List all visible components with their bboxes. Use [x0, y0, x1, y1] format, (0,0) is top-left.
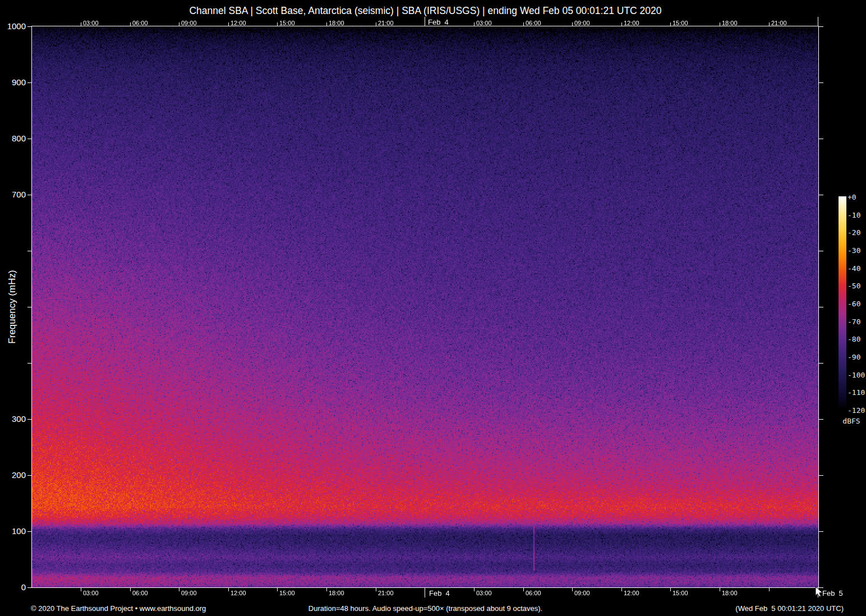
- y-axis-tick-right: [819, 139, 823, 139]
- x-axis-tick-bottom: [81, 588, 81, 591]
- y-axis-tick-left: [27, 587, 32, 588]
- colorbar-tick-label: -110: [847, 388, 865, 397]
- colorbar-unit-label: dBFS: [837, 417, 865, 425]
- x-axis-tick-top: [523, 22, 524, 26]
- y-axis-tick-right: [819, 475, 823, 476]
- colorbar-tick-label: -60: [847, 300, 860, 308]
- x-axis-tick-label-bottom: 15:00: [672, 590, 688, 596]
- x-axis-tick-bottom: [621, 588, 622, 591]
- x-axis-date-tick-bottom: [818, 588, 818, 597]
- page-title: Channel SBA | Scott Base, Antarctica (se…: [32, 5, 819, 17]
- y-axis-tick-right: [819, 251, 823, 251]
- x-axis-tick-top: [769, 22, 770, 26]
- colorbar-tick-label: -120: [847, 406, 865, 415]
- y-axis-label: Frequency (mHz): [7, 270, 18, 343]
- colorbar-tick-label: -90: [847, 353, 860, 361]
- y-axis-tick-label: 700: [0, 190, 26, 199]
- colorbar-tick-label: +0: [847, 193, 856, 201]
- x-axis-tick-top: [474, 22, 475, 26]
- y-axis-tick-left: [27, 251, 32, 251]
- colorbar-tick-label: -50: [847, 282, 860, 290]
- x-axis-tick-label-top: 09:00: [574, 20, 590, 26]
- x-axis-tick-label-top: 06:00: [526, 20, 541, 26]
- x-axis-tick-label-top: 21:00: [378, 20, 394, 26]
- x-axis-tick-label-top: Feb 4: [428, 18, 449, 26]
- y-axis-tick-label: 300: [0, 414, 26, 424]
- colorbar-tick-label: -20: [847, 228, 860, 237]
- y-axis-tick-left: [27, 531, 32, 532]
- x-axis-tick-label-bottom: 03:00: [83, 590, 99, 596]
- y-axis-tick-right: [819, 26, 823, 27]
- x-axis-date-tick-bottom: [425, 588, 425, 597]
- y-axis-tick-right: [819, 307, 823, 307]
- x-axis-date-tick-top: [425, 17, 425, 26]
- y-axis-tick-right: [819, 195, 823, 195]
- x-axis-tick-top: [179, 22, 179, 26]
- y-axis-tick-label: 200: [0, 470, 26, 480]
- x-axis-tick-top: [621, 22, 622, 26]
- x-axis-tick-top: [228, 22, 229, 26]
- x-axis-tick-label-bottom: Feb 4: [429, 589, 450, 597]
- x-axis-tick-bottom: [179, 588, 179, 591]
- x-axis-tick-label-top: 12:00: [624, 20, 639, 26]
- y-axis-tick-label: 800: [0, 134, 26, 143]
- x-axis-tick-label-bottom: 06:00: [526, 590, 541, 596]
- colorbar-tick-label: -80: [847, 335, 860, 343]
- y-axis-tick-left: [27, 82, 32, 83]
- x-axis-tick-label-top: 15:00: [672, 20, 688, 26]
- x-axis-tick-bottom: [720, 588, 720, 591]
- x-axis-tick-label-top: 09:00: [181, 20, 197, 26]
- y-axis-tick-label: 100: [0, 526, 26, 536]
- x-axis-tick-top: [376, 22, 376, 26]
- footer-end-timestamp: (Wed Feb 5 00:01:21 2020 UTC): [735, 604, 844, 613]
- x-axis-tick-bottom: [130, 588, 131, 591]
- x-axis-tick-label-bottom: 06:00: [132, 590, 148, 596]
- x-axis-tick-label-bottom: 21:00: [378, 590, 394, 596]
- x-axis-tick-label-top: 12:00: [231, 20, 246, 26]
- x-axis-tick-top: [130, 22, 131, 26]
- x-axis-tick-label-bottom: 18:00: [722, 590, 738, 596]
- spectrogram-page: Channel SBA | Scott Base, Antarctica (se…: [0, 0, 866, 616]
- x-axis-tick-label-bottom: 12:00: [231, 590, 246, 596]
- x-axis-tick-label-top: 18:00: [722, 20, 738, 26]
- x-axis-tick-top: [572, 22, 573, 26]
- x-axis-tick-label-top: 06:00: [132, 20, 148, 26]
- y-axis-tick-label: 1000: [0, 21, 26, 31]
- x-axis-tick-bottom: [326, 588, 327, 591]
- y-axis-tick-left: [27, 195, 32, 195]
- x-axis-tick-bottom: [474, 588, 475, 591]
- y-axis-tick-right: [819, 419, 823, 420]
- x-axis-tick-label-top: 15:00: [279, 20, 295, 26]
- x-axis-tick-label-top: 03:00: [83, 20, 99, 26]
- x-axis-tick-label-top: 03:00: [476, 20, 492, 26]
- colorbar-tick-label: -70: [847, 318, 860, 326]
- x-axis-tick-top: [326, 22, 327, 26]
- y-axis-tick-left: [27, 475, 32, 476]
- y-axis-tick-left: [27, 26, 32, 27]
- x-axis-tick-label-bottom: Feb 5: [822, 589, 843, 597]
- x-axis-tick-bottom: [572, 588, 573, 591]
- x-axis-tick-bottom: [769, 588, 770, 591]
- y-axis-tick-left: [27, 419, 32, 420]
- y-axis-tick-label: 900: [0, 77, 26, 87]
- y-axis-tick-left: [27, 307, 32, 307]
- x-axis-tick-label-bottom: 09:00: [181, 590, 197, 596]
- x-axis-tick-label-bottom: 18:00: [329, 590, 344, 596]
- y-axis-tick-right: [819, 82, 823, 83]
- x-axis-tick-top: [670, 22, 671, 26]
- y-axis-tick-label: 0: [0, 582, 26, 592]
- colorbar-tick-label: -30: [847, 246, 860, 255]
- colorbar-tick-label: -10: [847, 211, 860, 219]
- colorbar-gradient: [839, 196, 846, 410]
- plot-frame: [31, 26, 819, 588]
- footer-duration-note: Duration=48 hours. Audio speed-up=500× (…: [32, 604, 819, 613]
- x-axis-tick-bottom: [670, 588, 671, 591]
- x-axis-tick-label-bottom: 09:00: [574, 590, 590, 596]
- y-axis-tick-left: [27, 139, 32, 139]
- y-axis-tick-left: [27, 363, 32, 364]
- x-axis-tick-bottom: [228, 588, 229, 591]
- x-axis-tick-top: [277, 22, 278, 26]
- x-axis-tick-label-top: 21:00: [771, 20, 787, 26]
- x-axis-tick-bottom: [523, 588, 524, 591]
- y-axis-tick-right: [819, 531, 823, 532]
